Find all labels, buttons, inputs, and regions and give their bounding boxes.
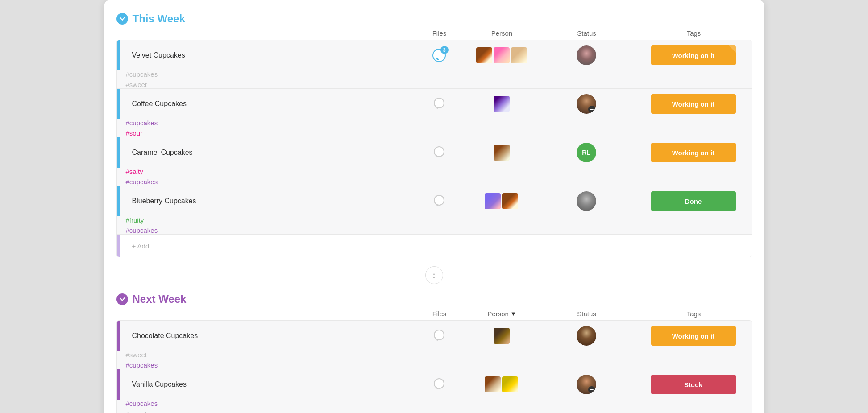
comment-cell: [412, 194, 466, 209]
tag: #cupcakes: [126, 70, 158, 78]
svg-point-3: [434, 195, 444, 205]
status-cell: Working on it: [635, 143, 752, 162]
comment-cell: [412, 96, 466, 112]
section-divider: ↕: [116, 257, 752, 293]
file-thumb[interactable]: [494, 145, 510, 161]
tag: #sweet: [126, 351, 147, 359]
this-week-collapse-button[interactable]: [116, 13, 128, 25]
col-person-next: Person ▼: [466, 310, 538, 318]
comment-cell: 3: [412, 48, 466, 63]
status-badge-chocolate[interactable]: Working on it: [651, 326, 736, 346]
col-files-next: Files: [413, 310, 466, 318]
main-card: This Week Files Person Status Tags Velve…: [104, 0, 764, 413]
avatar-minus-icon: [588, 106, 595, 113]
avatar[interactable]: [577, 326, 596, 346]
this-week-table: Velvet Cupcakes 3: [116, 40, 752, 257]
avatar[interactable]: [577, 45, 596, 65]
status-badge-velvet[interactable]: Working on it: [651, 45, 736, 65]
files-cell: [466, 328, 537, 344]
status-badge-coffee[interactable]: Working on it: [651, 94, 736, 114]
file-thumb[interactable]: [494, 328, 510, 344]
svg-point-1: [434, 98, 444, 108]
tags-cell: #cupcakes #sweet: [117, 400, 126, 413]
comment-icon[interactable]: [432, 194, 447, 209]
file-thumb[interactable]: [511, 47, 527, 63]
status-badge-caramel[interactable]: Working on it: [651, 143, 736, 162]
add-row[interactable]: + Add: [117, 235, 752, 257]
next-week-table: Chocolate Cupcakes Working: [116, 320, 752, 413]
file-thumb[interactable]: [494, 47, 510, 63]
files-cell: [466, 193, 537, 209]
tag: #sweet: [126, 410, 147, 413]
col-tags-this: Tags: [636, 29, 752, 37]
tag: #sweet: [126, 81, 147, 88]
status-badge-blueberry[interactable]: Done: [651, 191, 736, 211]
file-thumb[interactable]: [502, 193, 518, 209]
next-week-section: Next Week Files Person ▼ Status Tags Cho…: [116, 293, 752, 413]
tag: #sour: [126, 129, 143, 137]
comment-icon[interactable]: [432, 96, 447, 112]
tags-cell: #fruity #cupcakes: [117, 216, 126, 234]
tags-cell: #salty #cupcakes: [117, 168, 126, 186]
file-thumb[interactable]: [476, 47, 492, 63]
file-thumb[interactable]: [494, 96, 510, 112]
svg-point-4: [434, 330, 444, 340]
table-row: Coffee Cupcakes: [117, 89, 752, 137]
avatar-minus-icon: [588, 386, 595, 393]
this-week-col-headers: Files Person Status Tags: [116, 29, 752, 40]
divider-button[interactable]: ↕: [425, 266, 443, 284]
file-thumb[interactable]: [502, 376, 518, 392]
comment-icon[interactable]: [432, 377, 447, 392]
file-thumb[interactable]: [485, 376, 501, 392]
person-cell: [537, 191, 635, 211]
files-cell: [466, 96, 537, 112]
avatar[interactable]: [577, 94, 596, 114]
next-week-collapse-button[interactable]: [116, 293, 128, 305]
next-week-header: Next Week: [116, 293, 752, 306]
avatar[interactable]: RL: [577, 143, 596, 162]
tag: #salty: [126, 168, 143, 175]
person-dropdown-arrow[interactable]: ▼: [511, 310, 516, 317]
status-cell: Working on it: [635, 326, 752, 346]
col-task-next: [152, 310, 413, 318]
files-cell: [466, 145, 537, 161]
comment-icon[interactable]: [432, 145, 447, 160]
table-row: Blueberry Cupcakes: [117, 186, 752, 235]
task-name-coffee: Coffee Cupcakes: [120, 100, 412, 108]
avatar[interactable]: [577, 375, 596, 394]
avatar[interactable]: [577, 191, 596, 211]
tags-cell: #cupcakes #sweet: [117, 70, 126, 88]
person-cell: [537, 375, 635, 394]
tag: #cupcakes: [126, 361, 158, 369]
status-cell: Stuck: [635, 375, 752, 394]
table-row: Chocolate Cupcakes Working: [117, 321, 752, 369]
status-cell: Working on it: [635, 45, 752, 65]
status-cell: Done: [635, 191, 752, 211]
table-row: Velvet Cupcakes 3: [117, 40, 752, 89]
tag: #fruity: [126, 216, 144, 224]
file-thumb[interactable]: [485, 193, 501, 209]
this-week-section: This Week Files Person Status Tags Velve…: [116, 12, 752, 257]
col-status-this: Status: [538, 29, 636, 37]
status-cell: Working on it: [635, 94, 752, 114]
tags-cell: #sweet #cupcakes: [117, 351, 126, 369]
col-person-this: Person: [466, 29, 538, 37]
comment-badge: 3: [440, 46, 449, 54]
col-task: [152, 29, 413, 37]
comment-cell: [412, 145, 466, 160]
person-cell: [537, 326, 635, 346]
task-name-chocolate: Chocolate Cupcakes: [120, 332, 412, 340]
comment-cell: [412, 377, 466, 392]
col-tags-next: Tags: [636, 310, 752, 318]
tag: #cupcakes: [126, 178, 158, 186]
next-week-col-headers: Files Person ▼ Status Tags: [116, 310, 752, 320]
comment-icon[interactable]: 3: [432, 48, 447, 63]
status-badge-vanilla[interactable]: Stuck: [651, 375, 736, 394]
add-task-label[interactable]: + Add: [120, 242, 412, 250]
col-files-this: Files: [413, 29, 466, 37]
table-row: Vanilla Cupcakes: [117, 369, 752, 413]
comment-icon[interactable]: [432, 328, 447, 343]
task-name-vanilla: Vanilla Cupcakes: [120, 380, 412, 388]
tag: #cupcakes: [126, 119, 158, 127]
person-cell: [537, 45, 635, 65]
